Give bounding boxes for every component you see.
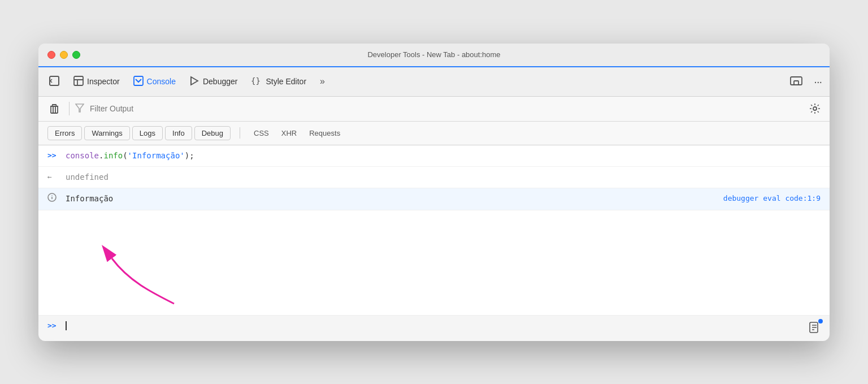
console-prompt-line[interactable]: >>: [38, 315, 830, 341]
filter-divider: [69, 102, 70, 115]
console-icon: [133, 76, 144, 88]
logs-filter-button[interactable]: Logs: [132, 126, 163, 140]
svg-rect-9: [794, 81, 798, 85]
svg-point-16: [51, 195, 53, 196]
xhr-filter-button[interactable]: XHR: [276, 127, 302, 140]
svg-rect-4: [134, 76, 143, 85]
undefined-text: undefined: [66, 171, 108, 183]
input-arrow-1: >>: [47, 150, 59, 161]
style-editor-icon: {}: [251, 76, 262, 88]
info-filter-button[interactable]: Info: [165, 126, 192, 140]
debugger-tab[interactable]: Debugger: [184, 72, 244, 91]
responsive-design-button[interactable]: [787, 72, 806, 91]
inspect-element-button[interactable]: [43, 72, 66, 92]
errors-filter-button[interactable]: Errors: [47, 126, 82, 140]
console-info-line: Informação debugger eval code:1:9: [38, 188, 830, 210]
svg-marker-5: [191, 77, 198, 85]
level-separator: [240, 127, 240, 139]
filter-icon: [75, 103, 84, 114]
close-button[interactable]: [47, 51, 55, 59]
window-title: Developer Tools - New Tab - about:home: [367, 50, 500, 59]
code-string: 'Informação': [128, 151, 185, 160]
notepad-icon[interactable]: [808, 321, 821, 334]
svg-text:{}: {}: [251, 76, 261, 85]
code-method: info: [103, 151, 123, 160]
console-output: >> console.info('Informação'); ← undefin…: [38, 145, 830, 315]
devtools-window: Developer Tools - New Tab - about:home I…: [38, 44, 830, 341]
title-bar: Developer Tools - New Tab - about:home: [38, 44, 830, 67]
svg-rect-1: [74, 76, 83, 85]
notepad-badge: [818, 319, 823, 323]
style-editor-tab[interactable]: {} Style Editor: [245, 72, 312, 91]
info-circle-icon: [47, 193, 59, 205]
toolbar: Inspector Console Debugger: [38, 67, 830, 97]
prompt-arrow: >>: [47, 321, 59, 330]
code-open-paren: (: [123, 151, 127, 160]
minimize-button[interactable]: [60, 51, 68, 59]
console-output-line-1: ← undefined: [38, 167, 830, 188]
style-editor-label: Style Editor: [266, 77, 306, 86]
console-area: >> console.info('Informação'); ← undefin…: [38, 145, 830, 341]
inspector-tab[interactable]: Inspector: [68, 72, 125, 91]
svg-point-13: [813, 107, 817, 110]
clear-output-button[interactable]: [45, 100, 63, 117]
debug-filter-button[interactable]: Debug: [194, 126, 231, 140]
debugger-label: Debugger: [203, 77, 238, 86]
log-levels-bar: Errors Warnings Logs Info Debug CSS XHR …: [38, 122, 830, 145]
more-tabs-icon: »: [320, 76, 325, 87]
options-button[interactable]: ···: [810, 72, 825, 92]
options-icon: ···: [814, 75, 822, 88]
inspector-label: Inspector: [87, 77, 120, 86]
console-input-right-icons: [808, 321, 821, 335]
requests-filter-button[interactable]: Requests: [303, 127, 346, 140]
svg-rect-0: [50, 76, 59, 85]
more-tabs-button[interactable]: »: [314, 73, 331, 90]
source-location[interactable]: debugger eval code:1:9: [723, 193, 821, 204]
warnings-filter-button[interactable]: Warnings: [84, 126, 129, 140]
console-code-1: console.info('Informação');: [66, 150, 194, 162]
svg-marker-12: [76, 104, 84, 112]
console-label: Console: [147, 77, 176, 86]
code-close-paren: );: [185, 151, 194, 160]
filter-settings-button[interactable]: [807, 101, 823, 117]
code-keyword: console: [66, 151, 99, 160]
css-filter-button[interactable]: CSS: [248, 127, 275, 140]
back-arrow: ←: [47, 171, 59, 183]
cursor: [66, 321, 67, 330]
toolbar-right: ···: [787, 72, 825, 92]
inspect-icon: [49, 75, 60, 88]
filter-bar: [38, 97, 830, 122]
filter-input[interactable]: [90, 104, 801, 113]
console-input-line-1: >> console.info('Informação');: [38, 145, 830, 167]
maximize-button[interactable]: [72, 51, 80, 59]
console-tab[interactable]: Console: [128, 72, 181, 91]
info-message-text: Informação: [66, 193, 113, 205]
traffic-lights: [47, 51, 80, 59]
svg-rect-11: [51, 106, 58, 113]
debugger-icon: [189, 76, 199, 88]
inspector-icon: [73, 76, 84, 88]
